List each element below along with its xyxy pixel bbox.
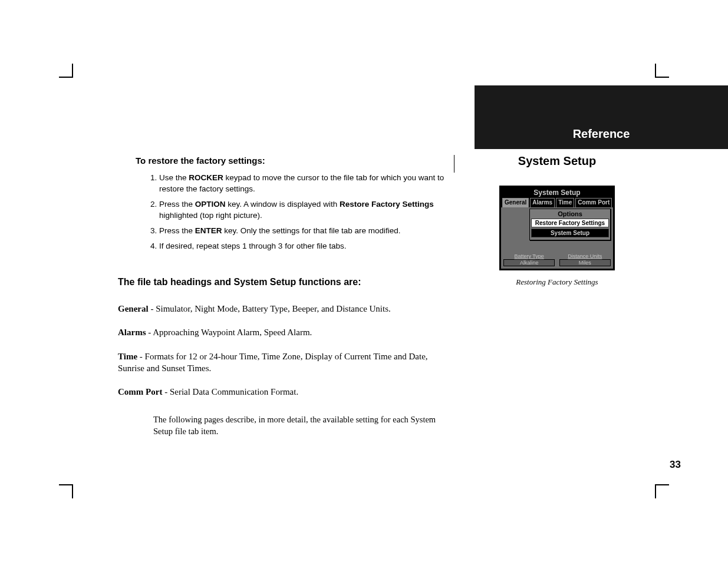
left-column: To restore the factory settings: Use the… (118, 155, 448, 449)
step-1: Use the ROCKER keypad to move the cursor… (159, 173, 448, 195)
device-bottom: Battery Type Alkaline Distance Units Mil… (501, 253, 613, 269)
device-tab-time: Time (556, 198, 574, 207)
column-divider (454, 155, 454, 173)
crop-mark-tl (59, 71, 73, 85)
alarms-label: Alarms (118, 328, 146, 337)
tabs-heading: The file tab headings and System Setup f… (118, 276, 448, 289)
comm-label: Comm Port (118, 387, 162, 396)
restore-heading: To restore the factory settings: (136, 155, 448, 167)
step-4: If desired, repeat steps 1 through 3 for… (159, 241, 448, 252)
crop-mark-br (655, 477, 669, 491)
popup-item-setup: System Setup (531, 229, 609, 237)
enter-key: ENTER (195, 226, 222, 235)
restore-steps: Use the ROCKER keypad to move the cursor… (147, 173, 448, 252)
distance-units-label: Distance Units (559, 253, 611, 259)
general-para: General - Simulator, Night Mode, Battery… (118, 303, 448, 315)
crop-mark-tr (655, 71, 669, 85)
popup-title: Options (531, 210, 609, 217)
page-number: 33 (670, 459, 681, 471)
device-popup: Options Restore Factory Settings System … (529, 209, 611, 240)
restore-factory-bold: Restore Factory Settings (340, 200, 434, 209)
screenshot-caption: Restoring Factory Settings (480, 277, 634, 287)
comm-para: Comm Port - Serial Data Communication Fo… (118, 386, 448, 398)
battery-type-value: Alkaline (503, 259, 555, 266)
page: Reference System Setup System Setup Gene… (118, 85, 657, 477)
option-key: OPTION (195, 200, 226, 209)
rocker-key: ROCKER (189, 173, 223, 182)
device-screenshot: System Setup General Alarms Time Comm Po… (499, 186, 615, 270)
closing-text: The following pages describe, in more de… (153, 414, 448, 437)
section-title: System Setup (480, 154, 634, 168)
reference-band: Reference (475, 85, 728, 149)
popup-item-restore: Restore Factory Settings (531, 219, 609, 227)
device-tabbar: General Alarms Time Comm Port (501, 198, 613, 207)
device-title: System Setup (501, 187, 613, 198)
distance-units-value: Miles (559, 259, 611, 266)
reference-label: Reference (573, 127, 630, 141)
battery-type-label: Battery Type (503, 253, 555, 259)
step-2: Press the OPTION key. A window is displa… (159, 199, 448, 222)
time-label: Time (118, 352, 137, 361)
crop-mark-bl (59, 477, 73, 491)
device-tab-commport: Comm Port (575, 198, 612, 207)
general-label: General (118, 304, 149, 313)
device-tab-alarms: Alarms (530, 198, 555, 207)
alarms-para: Alarms - Approaching Waypoint Alarm, Spe… (118, 326, 448, 338)
device-body: Simulat On Beeper Key a Options Restore … (501, 207, 613, 253)
step-3: Press the ENTER key. Only the settings f… (159, 226, 448, 237)
time-para: Time - Formats for 12 or 24-hour Time, T… (118, 351, 448, 375)
device-tab-general: General (502, 198, 529, 207)
right-column: System Setup System Setup General Alarms… (480, 151, 634, 287)
